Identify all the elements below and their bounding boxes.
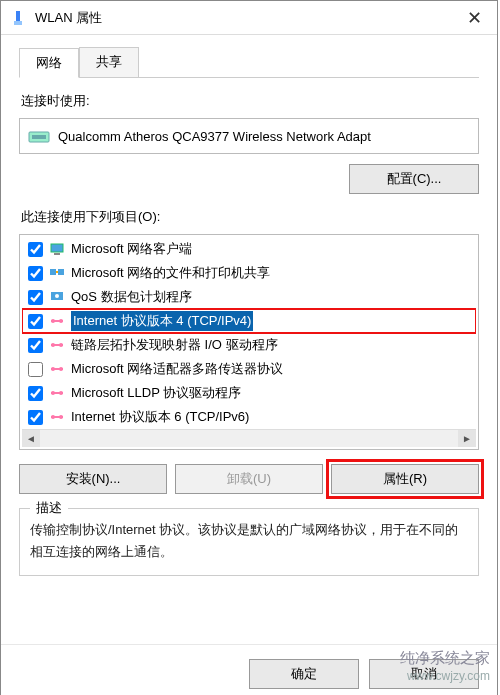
scroll-left-arrow[interactable]: ◄ (22, 430, 40, 447)
item-label: Microsoft 网络适配器多路传送器协议 (71, 360, 283, 378)
item-label: Microsoft LLDP 协议驱动程序 (71, 384, 241, 402)
description-text: 传输控制协议/Internet 协议。该协议是默认的广域网络协议，用于在不同的相… (30, 519, 468, 563)
window-title: WLAN 属性 (35, 9, 451, 27)
proto-icon (49, 337, 65, 353)
proto-icon (49, 409, 65, 425)
tab-sharing[interactable]: 共享 (79, 47, 139, 77)
svg-point-17 (59, 391, 63, 395)
description-group: 描述 传输控制协议/Internet 协议。该协议是默认的广域网络协议，用于在不… (19, 508, 479, 576)
cancel-button[interactable]: 取消 (369, 659, 479, 689)
list-item[interactable]: Microsoft 网络适配器多路传送器协议 (22, 357, 476, 381)
item-checkbox[interactable] (28, 410, 43, 425)
uninstall-button: 卸载(U) (175, 464, 323, 494)
qos-icon (49, 289, 65, 305)
svg-point-12 (51, 343, 55, 347)
share-icon (49, 265, 65, 281)
component-buttons: 安装(N)... 卸载(U) 属性(R) (19, 464, 479, 494)
item-checkbox[interactable] (28, 266, 43, 281)
list-item[interactable]: Internet 协议版本 4 (TCP/IPv4) (22, 309, 476, 333)
svg-point-16 (51, 391, 55, 395)
svg-rect-1 (14, 21, 22, 25)
dialog-footer: 确定 取消 (1, 644, 497, 695)
adapter-box: Qualcomm Atheros QCA9377 Wireless Networ… (19, 118, 479, 154)
item-checkbox[interactable] (28, 338, 43, 353)
svg-point-18 (51, 415, 55, 419)
proto-icon (49, 361, 65, 377)
install-button[interactable]: 安装(N)... (19, 464, 167, 494)
svg-point-19 (59, 415, 63, 419)
ok-button[interactable]: 确定 (249, 659, 359, 689)
app-icon (9, 9, 27, 27)
components-list-viewport[interactable]: Microsoft 网络客户端Microsoft 网络的文件和打印机共享QoS … (22, 237, 476, 429)
svg-point-10 (51, 319, 55, 323)
properties-button[interactable]: 属性(R) (331, 464, 479, 494)
wlan-properties-window: WLAN 属性 ✕ 网络 共享 连接时使用: Qualcomm Atheros … (0, 0, 498, 695)
item-checkbox[interactable] (28, 314, 43, 329)
svg-point-9 (55, 294, 59, 298)
svg-rect-0 (16, 11, 20, 21)
svg-rect-4 (51, 244, 63, 252)
item-checkbox[interactable] (28, 242, 43, 257)
dialog-body: 网络 共享 连接时使用: Qualcomm Atheros QCA9377 Wi… (1, 35, 497, 584)
scroll-right-arrow[interactable]: ► (458, 430, 476, 447)
uses-items-label: 此连接使用下列项目(O): (21, 208, 479, 226)
item-checkbox[interactable] (28, 290, 43, 305)
list-item[interactable]: Microsoft 网络客户端 (22, 237, 476, 261)
connect-using-label: 连接时使用: (21, 92, 479, 110)
svg-point-15 (59, 367, 63, 371)
close-button[interactable]: ✕ (451, 1, 497, 35)
svg-rect-3 (32, 135, 46, 139)
list-item[interactable]: QoS 数据包计划程序 (22, 285, 476, 309)
adapter-name: Qualcomm Atheros QCA9377 Wireless Networ… (58, 129, 371, 144)
proto-icon (49, 313, 65, 329)
client-icon (49, 241, 65, 257)
svg-point-13 (59, 343, 63, 347)
svg-rect-5 (54, 253, 60, 255)
horizontal-scrollbar[interactable]: ◄ ► (22, 429, 476, 447)
list-item[interactable]: 链路层拓扑发现映射器 I/O 驱动程序 (22, 333, 476, 357)
list-item[interactable]: Internet 协议版本 6 (TCP/IPv6) (22, 405, 476, 429)
close-icon: ✕ (467, 7, 482, 29)
adapter-icon (28, 126, 50, 146)
configure-row: 配置(C)... (19, 164, 479, 194)
svg-rect-6 (50, 269, 56, 275)
item-label: Internet 协议版本 6 (TCP/IPv6) (71, 408, 249, 426)
svg-point-11 (59, 319, 63, 323)
item-label: 链路层拓扑发现映射器 I/O 驱动程序 (71, 336, 278, 354)
tab-network[interactable]: 网络 (19, 48, 79, 78)
svg-rect-7 (58, 269, 64, 275)
item-label: Microsoft 网络客户端 (71, 240, 192, 258)
item-checkbox[interactable] (28, 362, 43, 377)
description-legend: 描述 (30, 499, 68, 517)
item-label: Microsoft 网络的文件和打印机共享 (71, 264, 270, 282)
components-list: Microsoft 网络客户端Microsoft 网络的文件和打印机共享QoS … (19, 234, 479, 450)
item-label: Internet 协议版本 4 (TCP/IPv4) (71, 311, 253, 331)
list-item[interactable]: Microsoft 网络的文件和打印机共享 (22, 261, 476, 285)
svg-point-14 (51, 367, 55, 371)
proto-icon (49, 385, 65, 401)
item-label: QoS 数据包计划程序 (71, 288, 192, 306)
item-checkbox[interactable] (28, 386, 43, 401)
tab-strip: 网络 共享 (19, 47, 479, 78)
configure-button[interactable]: 配置(C)... (349, 164, 479, 194)
titlebar: WLAN 属性 ✕ (1, 1, 497, 35)
list-item[interactable]: Microsoft LLDP 协议驱动程序 (22, 381, 476, 405)
